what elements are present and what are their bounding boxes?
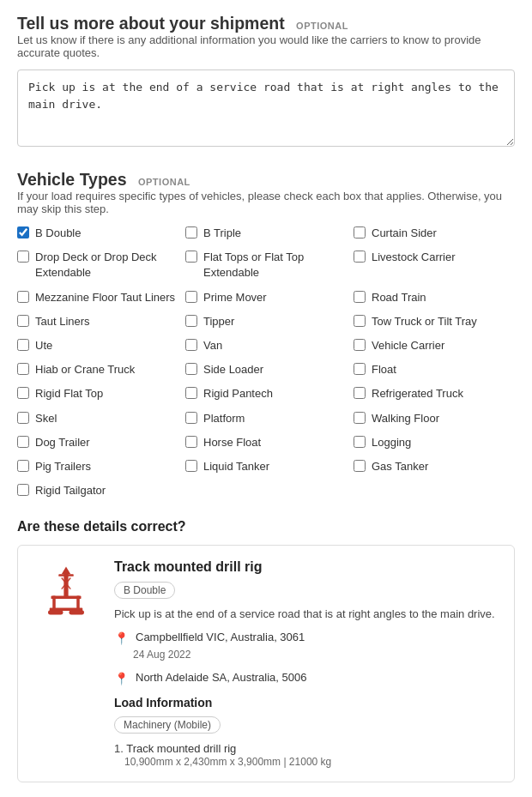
vehicle-type-checkbox[interactable]: [17, 484, 29, 496]
vehicle-type-checkbox[interactable]: [185, 291, 197, 303]
list-item[interactable]: Rigid Flat Top: [17, 386, 178, 402]
list-item[interactable]: Flat Tops or Flat Top Extendable: [185, 250, 347, 281]
svg-rect-2: [58, 574, 74, 577]
vehicle-type-checkbox[interactable]: [17, 387, 29, 399]
vehicle-type-label: Float: [372, 362, 396, 377]
vehicle-type-checkbox[interactable]: [185, 363, 197, 375]
vehicle-type-label: Skel: [35, 411, 57, 426]
list-item[interactable]: Livestock Carrier: [354, 250, 515, 281]
list-item[interactable]: Taut Liners: [17, 314, 178, 329]
vehicle-type-label: Livestock Carrier: [372, 250, 456, 265]
list-item[interactable]: Liquid Tanker: [185, 459, 347, 474]
vehicle-type-label: Horse Float: [203, 435, 261, 450]
vehicle-type-checkbox[interactable]: [354, 339, 366, 351]
list-item[interactable]: Float: [354, 362, 515, 377]
vehicle-type-label: Pig Trailers: [35, 459, 91, 474]
load-item-name: Track mounted drill rig: [126, 742, 236, 755]
svg-rect-5: [76, 596, 80, 610]
shipment-notes-textarea[interactable]: [17, 69, 515, 147]
list-item[interactable]: Walking Floor: [354, 411, 515, 426]
vehicle-type-label: B Double: [35, 226, 81, 241]
vehicle-type-checkbox[interactable]: [17, 291, 29, 303]
vehicle-type-checkbox[interactable]: [17, 412, 29, 424]
details-section: Are these details correct?: [17, 519, 515, 782]
list-item[interactable]: Logging: [354, 435, 515, 450]
vehicle-type-checkbox[interactable]: [185, 251, 197, 263]
vehicle-type-checkbox[interactable]: [354, 460, 366, 472]
load-item-dims: 10,900mm x 2,430mm x 3,900mm | 21000 kg: [124, 756, 331, 768]
list-item[interactable]: B Double: [17, 226, 178, 241]
vehicle-type-checkbox[interactable]: [354, 291, 366, 303]
vehicle-type-label: Walking Floor: [372, 411, 439, 426]
svg-rect-4: [52, 596, 56, 610]
list-item[interactable]: Rigid Pantech: [185, 386, 347, 402]
list-item[interactable]: Horse Float: [185, 435, 347, 450]
load-category-badge: Machinery (Mobile): [114, 716, 221, 734]
list-item[interactable]: Road Train: [354, 290, 515, 305]
vehicle-type-label: B Triple: [203, 226, 241, 241]
vehicle-type-checkbox[interactable]: [17, 460, 29, 472]
list-item[interactable]: Refrigerated Truck: [354, 386, 515, 402]
list-item[interactable]: Skel: [17, 411, 178, 426]
vehicle-type-checkbox[interactable]: [185, 387, 197, 399]
vehicle-type-label: Vehicle Carrier: [372, 338, 444, 353]
vehicle-types-section: Vehicle Types OPTIONAL If your load requ…: [17, 170, 515, 498]
list-item[interactable]: Drop Deck or Drop Deck Extendable: [17, 250, 178, 281]
vehicle-type-checkbox[interactable]: [354, 363, 366, 375]
vehicle-type-checkbox[interactable]: [185, 315, 197, 327]
details-section-title: Are these details correct?: [17, 519, 515, 534]
vehicle-type-label: Tipper: [203, 314, 234, 329]
vehicle-type-checkbox[interactable]: [185, 339, 197, 351]
list-item[interactable]: Mezzanine Floor Taut Liners: [17, 290, 178, 305]
vehicle-type-checkbox[interactable]: [354, 251, 366, 263]
list-item[interactable]: Pig Trailers: [17, 459, 178, 474]
vehicle-type-checkbox[interactable]: [354, 226, 366, 238]
vehicle-types-grid: B DoubleB TripleCurtain SiderDrop Deck o…: [17, 226, 515, 498]
details-card: Track mounted drill rig B Double Pick up…: [17, 545, 515, 782]
vehicle-type-checkbox[interactable]: [17, 339, 29, 351]
vehicle-type-checkbox[interactable]: [185, 412, 197, 424]
load-info-title: Load Information: [114, 696, 500, 709]
vehicle-type-checkbox[interactable]: [185, 436, 197, 448]
details-content: Track mounted drill rig B Double Pick up…: [114, 559, 500, 768]
list-item[interactable]: Vehicle Carrier: [354, 338, 515, 353]
vehicle-type-checkbox[interactable]: [354, 315, 366, 327]
list-item[interactable]: Rigid Tailgator: [17, 483, 178, 498]
load-item: 1. Track mounted drill rig 10,900mm x 2,…: [114, 742, 500, 768]
vehicle-type-label: Platform: [203, 411, 245, 426]
list-item[interactable]: Gas Tanker: [354, 459, 515, 474]
list-item[interactable]: Dog Trailer: [17, 435, 178, 450]
vehicle-type-label: Ute: [35, 338, 52, 353]
vehicle-type-checkbox[interactable]: [17, 363, 29, 375]
list-item[interactable]: Hiab or Crane Truck: [17, 362, 178, 377]
shipment-section-title: Tell us more about your shipment OPTIONA…: [17, 14, 515, 33]
vehicle-type-label: Mezzanine Floor Taut Liners: [35, 290, 175, 305]
list-item[interactable]: Prime Mover: [185, 290, 347, 305]
vehicle-type-checkbox[interactable]: [17, 436, 29, 448]
vehicle-type-checkbox[interactable]: [17, 251, 29, 263]
vehicle-type-checkbox[interactable]: [17, 315, 29, 327]
vehicle-type-checkbox[interactable]: [17, 226, 29, 238]
vehicle-type-checkbox[interactable]: [354, 436, 366, 448]
shipment-optional-badge: OPTIONAL: [296, 21, 348, 31]
vehicle-type-checkbox[interactable]: [185, 460, 197, 472]
list-item[interactable]: Platform: [185, 411, 347, 426]
vehicle-type-label: Side Loader: [203, 362, 263, 377]
list-item[interactable]: B Triple: [185, 226, 347, 241]
vehicle-type-label: Logging: [372, 435, 411, 450]
list-item[interactable]: Ute: [17, 338, 178, 353]
load-item-number: 1.: [114, 742, 126, 755]
vehicle-type-checkbox[interactable]: [185, 226, 197, 238]
vehicle-type-label: Hiab or Crane Truck: [35, 362, 135, 377]
list-item[interactable]: Tow Truck or Tilt Tray: [354, 314, 515, 329]
vehicle-type-checkbox[interactable]: [354, 412, 366, 424]
origin-text: Campbellfield VIC, Australia, 3061: [136, 631, 305, 645]
list-item[interactable]: Side Loader: [185, 362, 347, 377]
destination-location: 📍 North Adelaide SA, Australia, 5006: [114, 671, 500, 685]
vehicle-type-label: Van: [203, 338, 222, 353]
list-item[interactable]: Curtain Sider: [354, 226, 515, 241]
list-item[interactable]: Van: [185, 338, 347, 353]
list-item[interactable]: Tipper: [185, 314, 347, 329]
vehicle-type-checkbox[interactable]: [354, 387, 366, 399]
vehicle-type-label: Tow Truck or Tilt Tray: [372, 314, 477, 329]
